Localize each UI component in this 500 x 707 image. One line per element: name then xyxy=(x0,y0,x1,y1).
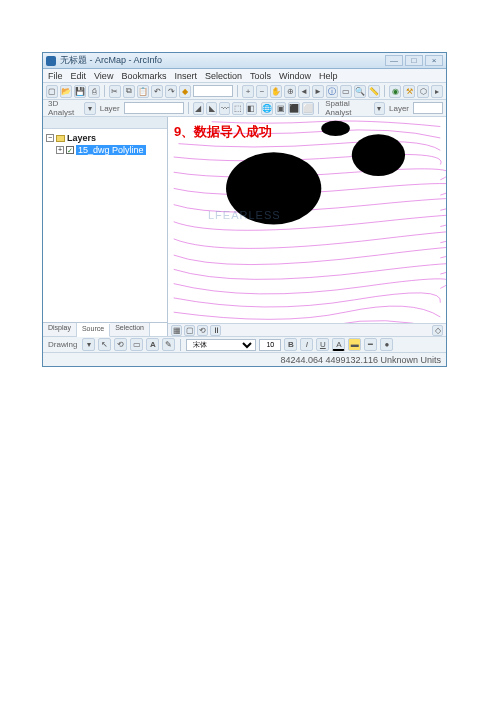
collapse-icon[interactable]: − xyxy=(46,134,54,142)
underline-icon[interactable]: U xyxy=(316,338,329,351)
menubar: File Edit View Bookmarks Insert Selectio… xyxy=(43,69,446,83)
catalog-icon[interactable]: ◉ xyxy=(389,85,401,98)
save-icon[interactable]: 💾 xyxy=(74,85,86,98)
menu-selection[interactable]: Selection xyxy=(205,71,242,81)
layer-label: 15_dwg Polyline xyxy=(76,145,146,155)
toc-tree: − Layers + ✓ 15_dwg Polyline xyxy=(43,129,167,322)
fill-color-icon[interactable]: ▬ xyxy=(348,338,361,351)
coordinates-readout: 84244.064 4499132.116 Unknown Units xyxy=(280,355,441,365)
measure-icon[interactable]: 📏 xyxy=(368,85,380,98)
tab-display[interactable]: Display xyxy=(43,323,77,336)
menu-view[interactable]: View xyxy=(94,71,113,81)
refresh-icon[interactable]: ⟲ xyxy=(197,325,208,336)
identify-icon[interactable]: ⓘ xyxy=(326,85,338,98)
open-icon[interactable]: 📂 xyxy=(60,85,72,98)
bold-icon[interactable]: B xyxy=(284,338,297,351)
separator xyxy=(318,102,319,114)
text-icon[interactable]: A xyxy=(146,338,159,351)
next-extent-icon[interactable]: ► xyxy=(312,85,324,98)
pause-icon[interactable]: ⏸ xyxy=(210,325,221,336)
layer-select[interactable] xyxy=(124,102,184,114)
menu-insert[interactable]: Insert xyxy=(174,71,197,81)
map-canvas[interactable]: 9、数据导入成功 LFEARLESS ▦ ▢ ⟲ ⏸ ◇ xyxy=(168,117,446,336)
redo-icon[interactable]: ↷ xyxy=(165,85,177,98)
drawing-toolbar: Drawing ▾ ↖ ⟲ ▭ A ✎ 宋体 B I U A ▬ ━ ● xyxy=(43,336,446,352)
tool-icon[interactable]: ◣ xyxy=(206,102,217,115)
dropdown-icon[interactable]: ▾ xyxy=(82,338,95,351)
menu-bookmarks[interactable]: Bookmarks xyxy=(121,71,166,81)
font-size-input[interactable] xyxy=(259,339,281,351)
pointer-icon[interactable]: ↖ xyxy=(98,338,111,351)
select-icon[interactable]: ▭ xyxy=(340,85,352,98)
zoom-in-icon[interactable]: + xyxy=(242,85,254,98)
root-label: Layers xyxy=(67,133,96,143)
paste-icon[interactable]: 📋 xyxy=(137,85,149,98)
titlebar: 无标题 - ArcMap - ArcInfo — □ × xyxy=(43,53,446,69)
line-color-icon[interactable]: ━ xyxy=(364,338,377,351)
tool-icon[interactable]: ⬚ xyxy=(232,102,243,115)
layer-checkbox[interactable]: ✓ xyxy=(66,146,74,154)
shape-icon[interactable]: ▭ xyxy=(130,338,143,351)
standard-toolbar: ▢ 📂 💾 ⎙ ✂ ⧉ 📋 ↶ ↷ ◆ + − ✋ ⊕ ◄ ► ⓘ ▭ 🔍 📏 … xyxy=(43,83,446,100)
app-icon xyxy=(46,56,56,66)
find-icon[interactable]: 🔍 xyxy=(354,85,366,98)
menu-file[interactable]: File xyxy=(48,71,63,81)
menu-tools[interactable]: Tools xyxy=(250,71,271,81)
clear-select-icon[interactable]: ⬜ xyxy=(302,102,314,115)
menu-edit[interactable]: Edit xyxy=(71,71,87,81)
snap-icon[interactable]: ◇ xyxy=(432,325,443,336)
tool-icon[interactable]: ◧ xyxy=(246,102,257,115)
annotation-text: 9、数据导入成功 xyxy=(174,123,272,141)
tab-source[interactable]: Source xyxy=(77,324,110,337)
watermark-text: LFEARLESS xyxy=(208,209,281,221)
font-color-icon[interactable]: A xyxy=(332,338,345,351)
toc-header xyxy=(43,117,167,129)
rotate-icon[interactable]: ⟲ xyxy=(114,338,127,351)
prev-extent-icon[interactable]: ◄ xyxy=(298,85,310,98)
layout-view-icon[interactable]: ▢ xyxy=(184,325,195,336)
toc-layer-node[interactable]: + ✓ 15_dwg Polyline xyxy=(46,144,164,156)
layer-label: Layer xyxy=(98,104,122,113)
expand-icon[interactable]: + xyxy=(56,146,64,154)
model-icon[interactable]: ⬡ xyxy=(417,85,429,98)
full-extent-icon[interactable]: ⊕ xyxy=(284,85,296,98)
undo-icon[interactable]: ↶ xyxy=(151,85,163,98)
tab-selection[interactable]: Selection xyxy=(110,323,150,336)
scale-input[interactable] xyxy=(193,85,233,97)
workspace: − Layers + ✓ 15_dwg Polyline Display Sou… xyxy=(43,117,446,336)
layer-select[interactable] xyxy=(413,102,443,114)
edit-icon[interactable]: ✎ xyxy=(162,338,175,351)
select-feature-icon[interactable]: ⬛ xyxy=(288,102,300,115)
minimize-button[interactable]: — xyxy=(385,55,403,66)
marker-icon[interactable]: ● xyxy=(380,338,393,351)
layout-view-toolbar: ▦ ▢ ⟲ ⏸ ◇ xyxy=(168,323,446,336)
copy-icon[interactable]: ⧉ xyxy=(123,85,135,98)
maximize-button[interactable]: □ xyxy=(405,55,423,66)
dropdown-icon[interactable]: ▾ xyxy=(84,102,95,115)
pan-icon[interactable]: ✋ xyxy=(270,85,282,98)
toc-root-node[interactable]: − Layers xyxy=(46,132,164,144)
drawing-label: Drawing xyxy=(46,340,79,349)
python-icon[interactable]: ▸ xyxy=(431,85,443,98)
globe-icon[interactable]: 🌐 xyxy=(261,102,273,115)
menu-window[interactable]: Window xyxy=(279,71,311,81)
toolbox-icon[interactable]: ⚒ xyxy=(403,85,415,98)
font-select[interactable]: 宋体 xyxy=(186,339,256,351)
cut-icon[interactable]: ✂ xyxy=(109,85,121,98)
zoom-out-icon[interactable]: − xyxy=(256,85,268,98)
close-button[interactable]: × xyxy=(425,55,443,66)
analyst-toolbar: 3D Analyst ▾ Layer ◢ ◣ 〰 ⬚ ◧ 🌐 ▣ ⬛ ⬜ Spa… xyxy=(43,100,446,117)
italic-icon[interactable]: I xyxy=(300,338,313,351)
menu-help[interactable]: Help xyxy=(319,71,338,81)
toc-tabs: Display Source Selection xyxy=(43,322,167,336)
new-doc-icon[interactable]: ▢ xyxy=(46,85,58,98)
svg-point-10 xyxy=(370,149,387,160)
print-icon[interactable]: ⎙ xyxy=(88,85,100,98)
tool-icon[interactable]: 〰 xyxy=(219,102,230,115)
separator xyxy=(237,85,238,97)
data-view-icon[interactable]: ▦ xyxy=(171,325,182,336)
scene-icon[interactable]: ▣ xyxy=(275,102,286,115)
dropdown-icon[interactable]: ▾ xyxy=(374,102,385,115)
add-data-icon[interactable]: ◆ xyxy=(179,85,191,98)
tool-icon[interactable]: ◢ xyxy=(193,102,204,115)
